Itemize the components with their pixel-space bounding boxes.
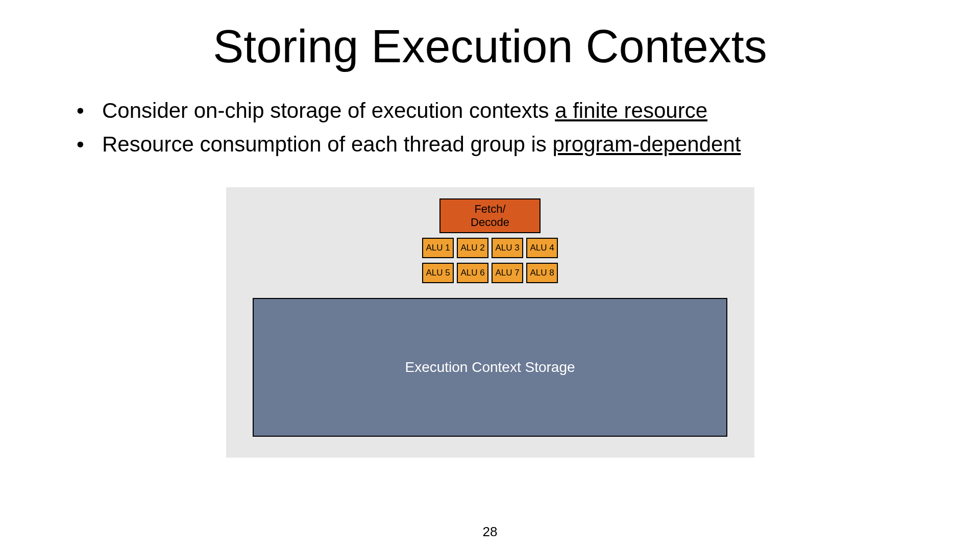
alu-block: ALU 4 [526,238,558,258]
slide: Storing Execution Contexts Consider on-c… [0,0,980,551]
bullet-list: Consider on-chip storage of execution co… [51,98,929,157]
alu-block: ALU 5 [422,263,454,283]
alu-block: ALU 8 [526,263,558,283]
alu-row-2: ALU 5 ALU 6 ALU 7 ALU 8 [422,263,558,283]
alu-block: ALU 7 [492,263,523,283]
slide-title: Storing Execution Contexts [51,20,929,73]
alu-block: ALU 1 [422,238,454,258]
bullet-text-underlined: program-dependent [553,132,741,156]
bullet-text-underlined: a finite resource [555,98,707,122]
alu-row-1: ALU 1 ALU 2 ALU 3 ALU 4 [422,238,558,258]
alu-block: ALU 3 [492,238,523,258]
bullet-item: Consider on-chip storage of execution co… [77,98,929,123]
storage-label: Execution Context Storage [405,359,575,375]
fetch-decode-block: Fetch/ Decode [439,198,541,233]
bullet-item: Resource consumption of each thread grou… [77,132,929,157]
architecture-diagram: Fetch/ Decode ALU 1 ALU 2 ALU 3 ALU 4 AL… [226,187,754,458]
bullet-text-prefix: Consider on-chip storage of execution co… [102,98,555,122]
fetch-decode-label-line1: Fetch/ [474,203,505,216]
page-number: 28 [483,524,498,540]
alu-block: ALU 2 [457,238,488,258]
fetch-decode-label-line2: Decode [471,216,509,229]
execution-context-storage-block: Execution Context Storage [253,298,727,437]
bullet-text-prefix: Resource consumption of each thread grou… [102,132,553,156]
alu-block: ALU 6 [457,263,488,283]
